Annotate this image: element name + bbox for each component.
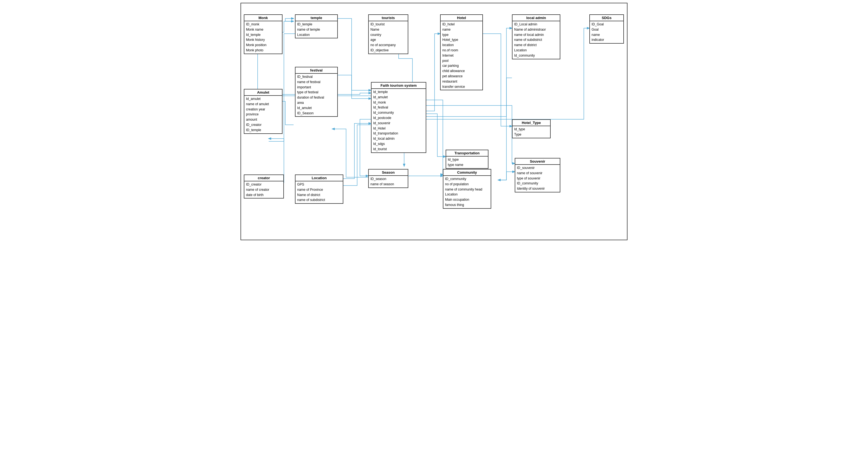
entity-hotel-header: Hotel <box>441 15 483 21</box>
entity-location: Location GPS name of Province Name of di… <box>295 174 343 204</box>
entity-transportation-header: Transportation <box>446 150 488 157</box>
field-amulet-3: creation year <box>246 107 280 112</box>
field-ft-4: Id_festival <box>373 105 424 110</box>
field-hotel-8: pool <box>442 58 481 64</box>
entity-festival: festival ID_festival name of festival im… <box>295 67 338 117</box>
field-ft-1: Id_temple <box>373 90 424 95</box>
field-hotel-9: car parking <box>442 63 481 68</box>
entity-season-body: ID_season name of season <box>369 176 408 188</box>
field-tourists-4: age <box>370 37 406 42</box>
field-monk-1: ID_monk <box>246 22 280 27</box>
field-ft-11: Id_sdgs <box>373 141 424 147</box>
field-ht-2: Type <box>514 132 549 137</box>
field-cr-2: name of creator <box>246 187 282 193</box>
field-sou-4: ID_community <box>517 181 558 186</box>
field-festival-5: duration of festival <box>297 95 336 100</box>
field-festival-4: type of festival <box>297 90 336 95</box>
field-festival-8: ID_Season <box>297 111 336 116</box>
field-hotel-6: no.of room <box>442 48 481 53</box>
field-loc-4: name of subdistrict <box>297 197 341 203</box>
connections-svg <box>241 3 627 240</box>
field-sou-3: type of souvenir <box>517 176 558 181</box>
field-hotel-1: ID_hotel <box>442 22 481 27</box>
field-ft-2: Id_amulet <box>373 95 424 100</box>
entity-tourists: tourists ID_tourist Name country age no … <box>368 14 408 54</box>
entity-community-body: ID_community no of population name of co… <box>443 176 491 208</box>
entity-monk: Monk ID_monk Monk name Id_temple Monk hi… <box>244 14 282 54</box>
field-temple-1: ID_temple <box>297 22 336 27</box>
field-hotel-2: name <box>442 27 481 32</box>
entity-sdgs-body: ID_Goal Goal name indicator <box>590 21 623 43</box>
entity-temple-body: ID_temple name of temple Location <box>296 21 337 38</box>
entity-faith-header: Faith tourism system <box>372 82 426 89</box>
field-sdgs-4: indicator <box>592 37 622 42</box>
field-temple-2: name of temple <box>297 27 336 32</box>
entity-souvenir-body: ID_souvenir name of souvenir type of sou… <box>515 165 560 192</box>
field-festival-6: area <box>297 100 336 105</box>
entity-amulet: Amulet Id_amulet name of amulet creation… <box>244 89 282 134</box>
field-monk-2: Monk name <box>246 27 280 32</box>
field-hotel-11: pet allowance <box>442 74 481 79</box>
field-amulet-4: province <box>246 112 280 117</box>
field-temple-3: Location <box>297 32 336 38</box>
entity-community: Community ID_community no of population … <box>443 169 491 209</box>
field-hotel-5: location <box>442 42 481 48</box>
entity-creator: creator ID_creator name of creator date … <box>244 174 284 199</box>
field-festival-2: name of festival <box>297 79 336 85</box>
field-tourists-1: ID_tourist <box>370 22 406 27</box>
field-la-5: name of district <box>514 42 558 48</box>
field-la-6: Location <box>514 48 558 53</box>
entity-season-header: Season <box>369 170 408 176</box>
field-tr-1: Id_type <box>448 157 486 162</box>
entity-local-admin-body: ID_Local admin Name of administraor name… <box>513 21 560 59</box>
entity-hotel-body: ID_hotel name type Hotel_type location n… <box>441 21 483 90</box>
field-festival-3: important <box>297 85 336 90</box>
field-amulet-1: Id_amulet <box>246 96 280 102</box>
field-amulet-7: ID_temple <box>246 128 280 133</box>
field-la-7: Id_community <box>514 53 558 58</box>
field-loc-2: name of Province <box>297 187 341 193</box>
field-tourists-5: no of accompany <box>370 42 406 48</box>
field-cr-1: ID_creator <box>246 182 282 187</box>
field-festival-1: ID_festival <box>297 74 336 79</box>
entity-tourists-body: ID_tourist Name country age no of accomp… <box>369 21 408 54</box>
entity-festival-body: ID_festival name of festival important t… <box>296 74 337 116</box>
field-loc-3: Name of district <box>297 193 341 198</box>
field-hotel-3: type <box>442 32 481 38</box>
entity-transportation: Transportation Id_type type name <box>445 150 489 169</box>
entity-sdgs: SDGs ID_Goal Goal name indicator <box>589 14 624 44</box>
field-hotel-10: child allowance <box>442 68 481 74</box>
field-amulet-5: amount <box>246 117 280 122</box>
entity-hotel-type-body: Id_type Type <box>513 126 550 138</box>
field-la-2: Name of administraor <box>514 27 558 32</box>
field-monk-6: Monk photo <box>246 48 280 53</box>
field-sou-2: name of souvenir <box>517 171 558 176</box>
entity-tourists-header: tourists <box>369 15 408 21</box>
entity-festival-header: festival <box>296 67 337 74</box>
entity-season: Season ID_season name of season <box>368 169 408 188</box>
entity-monk-body: ID_monk Monk name Id_temple Monk history… <box>244 21 282 54</box>
field-amulet-2: name of amulet <box>246 102 280 107</box>
field-com-5: Main occupation <box>445 197 489 202</box>
field-la-4: name of subdistrict <box>514 37 558 42</box>
field-festival-7: Id_amulet <box>297 105 336 111</box>
entity-hotel-type-header: Hotel_Type <box>513 120 550 126</box>
entity-local-admin-header: local admin <box>513 15 560 21</box>
entity-faith-body: Id_temple Id_amulet Id_monk Id_festival … <box>372 89 426 152</box>
field-monk-5: Monk position <box>246 42 280 48</box>
field-hotel-4: Hotel_type <box>442 37 481 42</box>
field-ft-3: Id_monk <box>373 100 424 105</box>
entity-location-header: Location <box>296 175 343 181</box>
field-ft-7: Id_souvenir <box>373 121 424 126</box>
entity-transportation-body: Id_type type name <box>446 157 488 168</box>
field-sdgs-3: name <box>592 32 622 38</box>
field-tourists-3: country <box>370 32 406 38</box>
field-com-3: name of community head <box>445 187 489 192</box>
entity-faith-tourism: Faith tourism system Id_temple Id_amulet… <box>371 82 426 153</box>
field-monk-4: Monk history <box>246 37 280 42</box>
field-ht-1: Id_type <box>514 127 549 132</box>
entity-amulet-header: Amulet <box>244 90 282 96</box>
entity-temple-header: temple <box>296 15 337 21</box>
field-monk-3: Id_temple <box>246 32 280 38</box>
entity-creator-body: ID_creator name of creator date of birth <box>244 181 283 198</box>
